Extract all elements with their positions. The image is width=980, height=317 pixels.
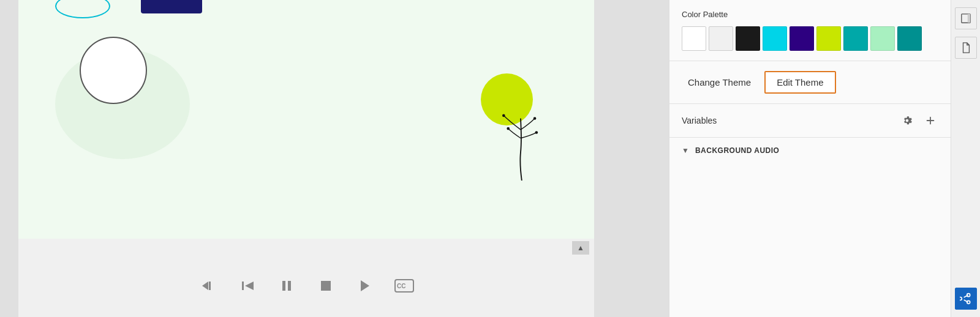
bottom-bar: ▲ [18,239,594,317]
collapse-arrow-icon[interactable]: ▼ [682,146,689,155]
edit-theme-button[interactable]: Edit Theme [764,71,835,94]
canvas-teal-shape [55,0,110,18]
share-button[interactable] [955,288,977,310]
svg-rect-9 [288,281,291,291]
svg-rect-6 [242,282,244,290]
variables-add-button[interactable] [922,114,938,127]
scroll-up-button[interactable]: ▲ [572,241,589,255]
color-palette [682,26,938,51]
variables-section: Variables [669,104,951,138]
document-button[interactable] [955,37,977,59]
canvas-wrapper [18,0,650,239]
swatch-teal[interactable] [843,26,868,51]
pause-button[interactable] [276,275,298,297]
svg-point-2 [507,127,510,130]
swatch-black[interactable] [736,26,760,51]
swatch-mint[interactable] [870,26,895,51]
rewind-button[interactable] [197,275,219,297]
swatch-yellow-green[interactable] [816,26,841,51]
svg-point-3 [535,131,538,134]
svg-point-1 [533,117,537,120]
color-palette-section: Color Palette [669,0,951,61]
svg-rect-8 [282,281,285,291]
swatch-cyan[interactable] [763,26,787,51]
right-panel: Color Palette Change Theme Edit Theme Va… [669,0,951,317]
background-audio-label: BACKGROUND AUDIO [695,146,780,155]
change-theme-button[interactable]: Change Theme [682,73,757,91]
panel-toggle-button[interactable] [955,7,977,29]
stop-button[interactable] [315,275,337,297]
theme-buttons-section: Change Theme Edit Theme [669,61,951,104]
canvas [18,0,594,239]
canvas-navy-rect [141,0,202,13]
svg-marker-4 [202,282,208,290]
background-audio-section: ▼ BACKGROUND AUDIO [669,138,951,163]
svg-marker-11 [361,280,369,291]
side-toolbar [951,0,980,317]
swatch-dark-teal[interactable] [897,26,922,51]
transport-controls: CC [18,255,594,317]
canvas-plant [496,107,545,183]
play-button[interactable] [354,275,376,297]
variables-label: Variables [682,116,717,125]
svg-rect-15 [967,14,970,23]
svg-rect-5 [209,282,211,290]
variables-actions [899,114,938,127]
svg-point-0 [502,114,505,117]
svg-rect-10 [321,281,331,291]
swatch-white[interactable] [682,26,706,51]
cc-button[interactable]: CC [393,275,415,297]
color-palette-label: Color Palette [682,10,938,19]
step-back-button[interactable] [236,275,258,297]
svg-text:CC: CC [397,283,405,289]
swatch-deep-purple[interactable] [790,26,814,51]
swatch-light-gray[interactable] [709,26,733,51]
canvas-circle [80,37,147,104]
scroll-handle: ▲ [18,239,594,255]
variables-gear-button[interactable] [899,114,915,127]
main-area: ▲ [0,0,669,317]
svg-marker-7 [245,282,254,290]
